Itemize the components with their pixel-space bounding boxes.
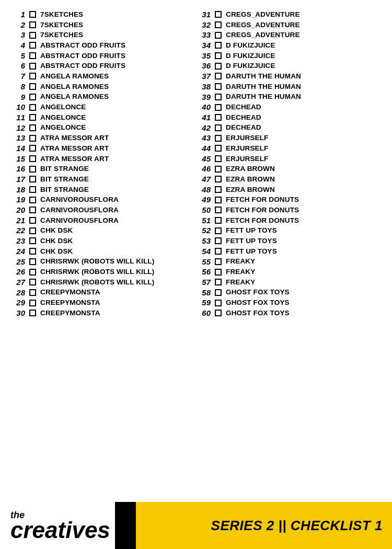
item-number: 12 <box>10 123 25 133</box>
checkbox[interactable] <box>215 227 222 234</box>
item-number: 6 <box>10 61 25 71</box>
checkbox[interactable] <box>29 52 36 59</box>
item-name: ABSTRACT ODD FRUITS <box>40 62 125 70</box>
checkbox[interactable] <box>29 197 36 203</box>
checkbox[interactable] <box>215 114 222 121</box>
checkbox[interactable] <box>215 197 222 203</box>
list-item: 41 DECHEAD <box>196 112 382 123</box>
checkbox[interactable] <box>215 155 222 162</box>
item-number: 9 <box>10 93 25 102</box>
checkbox[interactable] <box>215 258 222 265</box>
checkbox[interactable] <box>215 269 222 276</box>
logo-creatives: creatives <box>10 520 110 541</box>
list-item: 58 GHOST FOX TOYS <box>196 288 382 298</box>
checkbox[interactable] <box>29 83 36 90</box>
checkbox[interactable] <box>215 300 222 306</box>
item-name: 7SKETCHES <box>40 10 83 19</box>
checkbox[interactable] <box>215 32 222 39</box>
item-number: 41 <box>196 113 211 122</box>
item-name: CHK DSK <box>40 237 73 245</box>
checkbox[interactable] <box>29 237 36 244</box>
checkbox[interactable] <box>29 73 36 79</box>
checkbox[interactable] <box>29 42 36 49</box>
checkbox[interactable] <box>29 248 36 255</box>
checkbox[interactable] <box>215 248 222 255</box>
checkbox[interactable] <box>29 258 36 265</box>
checkbox[interactable] <box>215 83 222 90</box>
item-number: 46 <box>196 164 211 174</box>
checkbox[interactable] <box>29 104 36 111</box>
checkbox[interactable] <box>215 42 222 49</box>
checkbox[interactable] <box>29 227 36 234</box>
checkbox[interactable] <box>215 94 222 100</box>
item-name: CREEPYMONSTA <box>40 288 100 296</box>
checkbox[interactable] <box>29 279 36 285</box>
item-number: 57 <box>196 278 211 287</box>
item-number: 42 <box>196 123 211 133</box>
checkbox[interactable] <box>215 73 222 79</box>
list-item: 47 EZRA BROWN <box>196 174 382 185</box>
item-name: BIT STRANGE <box>40 165 89 173</box>
checkbox[interactable] <box>29 32 36 39</box>
checkbox[interactable] <box>29 217 36 224</box>
checkbox[interactable] <box>215 237 222 244</box>
checkbox[interactable] <box>215 63 222 70</box>
checkbox[interactable] <box>29 63 36 70</box>
checkbox[interactable] <box>29 269 36 276</box>
checkbox[interactable] <box>215 207 222 213</box>
checkbox[interactable] <box>215 145 222 152</box>
checkbox[interactable] <box>29 155 36 162</box>
footer: the creatives SERIES 2 || CHECKLIST 1 <box>0 502 392 549</box>
checkbox[interactable] <box>29 289 36 296</box>
checkbox[interactable] <box>29 145 36 152</box>
item-number: 31 <box>196 10 211 19</box>
item-number: 23 <box>10 236 25 246</box>
item-number: 13 <box>10 133 25 143</box>
list-item: 32 CREGS_ADVENTURE <box>196 20 382 30</box>
checkbox[interactable] <box>215 52 222 59</box>
checkbox[interactable] <box>215 21 222 28</box>
checkbox[interactable] <box>29 300 36 306</box>
checkbox[interactable] <box>215 279 222 285</box>
checkbox[interactable] <box>215 124 222 131</box>
list-item: 56 FREAKY <box>196 267 382 277</box>
checkbox[interactable] <box>29 310 36 316</box>
list-item: 42 DECHEAD <box>196 123 382 133</box>
checkbox[interactable] <box>29 207 36 213</box>
checkbox[interactable] <box>29 166 36 173</box>
item-number: 16 <box>10 164 25 174</box>
checkbox[interactable] <box>215 217 222 224</box>
checkbox[interactable] <box>29 94 36 100</box>
checkbox[interactable] <box>29 124 36 131</box>
item-name: BIT STRANGE <box>40 175 89 184</box>
checkbox[interactable] <box>29 135 36 142</box>
item-name: D FUKIZJUICE <box>226 52 275 60</box>
checkbox[interactable] <box>215 104 222 111</box>
checkbox[interactable] <box>215 135 222 142</box>
checkbox[interactable] <box>215 11 222 18</box>
item-number: 51 <box>196 216 211 225</box>
item-number: 59 <box>196 298 211 307</box>
list-item: 37 DARUTH THE HUMAN <box>196 71 382 82</box>
checkbox[interactable] <box>29 176 36 182</box>
item-name: FETT UP TOYS <box>226 247 277 256</box>
checkbox[interactable] <box>215 176 222 182</box>
item-name: FETCH FOR DONUTS <box>226 216 299 225</box>
item-name: FREAKY <box>226 278 255 287</box>
item-number: 17 <box>10 175 25 184</box>
checkbox[interactable] <box>29 11 36 18</box>
list-item: 13 ATRA MESSOR ART <box>10 133 196 143</box>
item-number: 29 <box>10 298 25 307</box>
item-number: 48 <box>196 185 211 195</box>
item-name: CHK DSK <box>40 226 73 235</box>
checkbox[interactable] <box>29 21 36 28</box>
list-item: 49 FETCH FOR DONUTS <box>196 195 382 205</box>
checkbox[interactable] <box>215 289 222 296</box>
list-item: 15 ATRA MESSOR ART <box>10 154 196 164</box>
checkbox[interactable] <box>29 186 36 193</box>
checkbox[interactable] <box>29 114 36 121</box>
item-name: ERJURSELF <box>226 134 268 142</box>
checkbox[interactable] <box>215 186 222 193</box>
checkbox[interactable] <box>215 166 222 173</box>
checkbox[interactable] <box>215 310 222 316</box>
